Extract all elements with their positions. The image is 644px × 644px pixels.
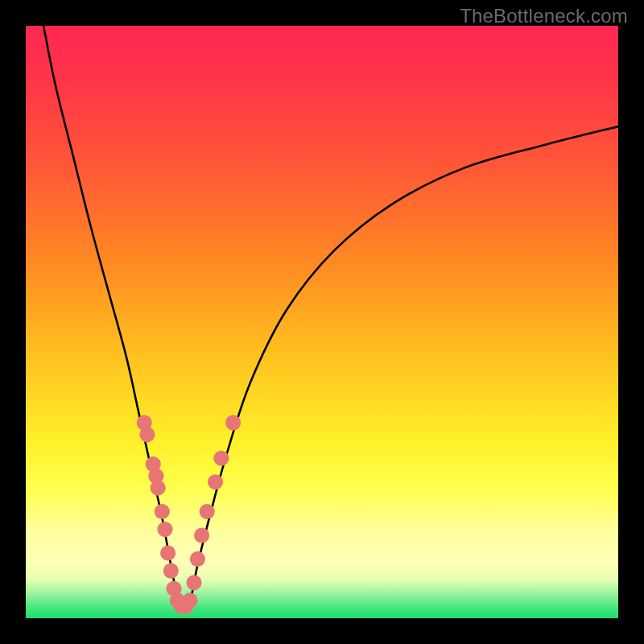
highlight-dot (139, 427, 155, 442)
highlight-dots-group (137, 415, 242, 614)
plot-area (26, 26, 618, 618)
attribution-label: TheBottleneck.com (460, 5, 628, 27)
highlight-dot (213, 451, 229, 466)
highlight-dot (194, 527, 209, 543)
highlight-dot (151, 481, 166, 496)
highlight-dot (225, 415, 241, 431)
highlight-dot (160, 545, 175, 560)
highlight-dot (208, 474, 223, 489)
bottleneck-curve (43, 26, 618, 612)
chart-frame: TheBottleneck.com (0, 0, 644, 644)
highlight-dot (200, 504, 215, 519)
highlight-dot (155, 504, 170, 519)
highlight-dot (186, 575, 201, 590)
highlight-dot (163, 564, 179, 579)
highlight-dot (157, 522, 172, 537)
highlight-dot (182, 592, 197, 608)
curve-layer (26, 26, 618, 618)
highlight-dot (190, 551, 205, 567)
